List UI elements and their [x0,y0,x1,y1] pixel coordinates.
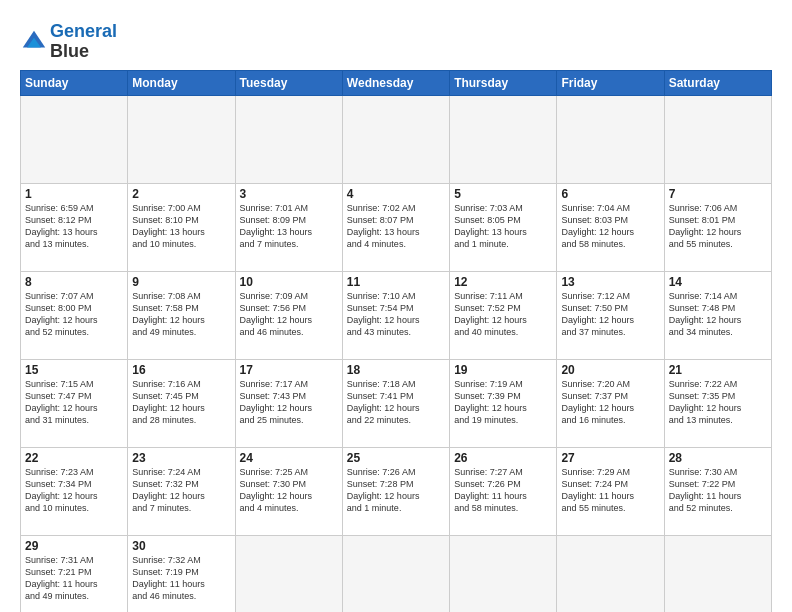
day-number: 4 [347,187,445,201]
day-number: 16 [132,363,230,377]
day-detail: Sunrise: 7:16 AM Sunset: 7:45 PM Dayligh… [132,378,230,427]
day-cell: 6Sunrise: 7:04 AM Sunset: 8:03 PM Daylig… [557,183,664,271]
day-detail: Sunrise: 7:07 AM Sunset: 8:00 PM Dayligh… [25,290,123,339]
day-number: 24 [240,451,338,465]
day-detail: Sunrise: 6:59 AM Sunset: 8:12 PM Dayligh… [25,202,123,251]
day-detail: Sunrise: 7:03 AM Sunset: 8:05 PM Dayligh… [454,202,552,251]
day-number: 2 [132,187,230,201]
day-cell: 28Sunrise: 7:30 AM Sunset: 7:22 PM Dayli… [664,447,771,535]
week-row-2: 8Sunrise: 7:07 AM Sunset: 8:00 PM Daylig… [21,271,772,359]
day-number: 11 [347,275,445,289]
day-cell [342,535,449,612]
day-detail: Sunrise: 7:25 AM Sunset: 7:30 PM Dayligh… [240,466,338,515]
day-number: 20 [561,363,659,377]
day-detail: Sunrise: 7:06 AM Sunset: 8:01 PM Dayligh… [669,202,767,251]
weekday-header-monday: Monday [128,70,235,95]
weekday-header-friday: Friday [557,70,664,95]
day-cell: 22Sunrise: 7:23 AM Sunset: 7:34 PM Dayli… [21,447,128,535]
day-cell: 29Sunrise: 7:31 AM Sunset: 7:21 PM Dayli… [21,535,128,612]
day-cell: 4Sunrise: 7:02 AM Sunset: 8:07 PM Daylig… [342,183,449,271]
day-cell [450,95,557,183]
week-row-4: 22Sunrise: 7:23 AM Sunset: 7:34 PM Dayli… [21,447,772,535]
weekday-header-tuesday: Tuesday [235,70,342,95]
day-detail: Sunrise: 7:02 AM Sunset: 8:07 PM Dayligh… [347,202,445,251]
day-cell [235,535,342,612]
day-cell: 12Sunrise: 7:11 AM Sunset: 7:52 PM Dayli… [450,271,557,359]
day-detail: Sunrise: 7:09 AM Sunset: 7:56 PM Dayligh… [240,290,338,339]
week-row-5: 29Sunrise: 7:31 AM Sunset: 7:21 PM Dayli… [21,535,772,612]
day-cell: 14Sunrise: 7:14 AM Sunset: 7:48 PM Dayli… [664,271,771,359]
day-cell: 26Sunrise: 7:27 AM Sunset: 7:26 PM Dayli… [450,447,557,535]
day-cell [21,95,128,183]
day-detail: Sunrise: 7:01 AM Sunset: 8:09 PM Dayligh… [240,202,338,251]
day-cell [342,95,449,183]
week-row-1: 1Sunrise: 6:59 AM Sunset: 8:12 PM Daylig… [21,183,772,271]
day-cell: 7Sunrise: 7:06 AM Sunset: 8:01 PM Daylig… [664,183,771,271]
day-detail: Sunrise: 7:27 AM Sunset: 7:26 PM Dayligh… [454,466,552,515]
day-cell: 20Sunrise: 7:20 AM Sunset: 7:37 PM Dayli… [557,359,664,447]
day-number: 15 [25,363,123,377]
day-cell: 17Sunrise: 7:17 AM Sunset: 7:43 PM Dayli… [235,359,342,447]
day-number: 19 [454,363,552,377]
day-detail: Sunrise: 7:19 AM Sunset: 7:39 PM Dayligh… [454,378,552,427]
day-number: 5 [454,187,552,201]
day-number: 8 [25,275,123,289]
weekday-header-wednesday: Wednesday [342,70,449,95]
weekday-header-thursday: Thursday [450,70,557,95]
day-cell [450,535,557,612]
day-cell: 9Sunrise: 7:08 AM Sunset: 7:58 PM Daylig… [128,271,235,359]
day-number: 30 [132,539,230,553]
day-number: 18 [347,363,445,377]
week-row-3: 15Sunrise: 7:15 AM Sunset: 7:47 PM Dayli… [21,359,772,447]
day-number: 6 [561,187,659,201]
day-detail: Sunrise: 7:00 AM Sunset: 8:10 PM Dayligh… [132,202,230,251]
day-number: 12 [454,275,552,289]
day-number: 27 [561,451,659,465]
day-detail: Sunrise: 7:20 AM Sunset: 7:37 PM Dayligh… [561,378,659,427]
day-cell [664,95,771,183]
day-detail: Sunrise: 7:26 AM Sunset: 7:28 PM Dayligh… [347,466,445,515]
day-number: 28 [669,451,767,465]
day-number: 21 [669,363,767,377]
day-cell: 10Sunrise: 7:09 AM Sunset: 7:56 PM Dayli… [235,271,342,359]
day-number: 29 [25,539,123,553]
day-cell [128,95,235,183]
day-detail: Sunrise: 7:23 AM Sunset: 7:34 PM Dayligh… [25,466,123,515]
day-detail: Sunrise: 7:15 AM Sunset: 7:47 PM Dayligh… [25,378,123,427]
day-cell: 25Sunrise: 7:26 AM Sunset: 7:28 PM Dayli… [342,447,449,535]
day-cell: 24Sunrise: 7:25 AM Sunset: 7:30 PM Dayli… [235,447,342,535]
day-number: 22 [25,451,123,465]
day-number: 1 [25,187,123,201]
weekday-header-sunday: Sunday [21,70,128,95]
day-detail: Sunrise: 7:24 AM Sunset: 7:32 PM Dayligh… [132,466,230,515]
day-cell [664,535,771,612]
logo-text: GeneralBlue [50,22,117,62]
day-cell: 8Sunrise: 7:07 AM Sunset: 8:00 PM Daylig… [21,271,128,359]
day-cell: 23Sunrise: 7:24 AM Sunset: 7:32 PM Dayli… [128,447,235,535]
day-cell [557,95,664,183]
day-number: 10 [240,275,338,289]
day-cell: 19Sunrise: 7:19 AM Sunset: 7:39 PM Dayli… [450,359,557,447]
day-number: 3 [240,187,338,201]
day-number: 26 [454,451,552,465]
day-detail: Sunrise: 7:29 AM Sunset: 7:24 PM Dayligh… [561,466,659,515]
logo: GeneralBlue [20,22,117,62]
day-cell: 27Sunrise: 7:29 AM Sunset: 7:24 PM Dayli… [557,447,664,535]
day-cell: 2Sunrise: 7:00 AM Sunset: 8:10 PM Daylig… [128,183,235,271]
day-cell: 16Sunrise: 7:16 AM Sunset: 7:45 PM Dayli… [128,359,235,447]
day-number: 13 [561,275,659,289]
logo-icon [20,28,48,56]
day-cell: 30Sunrise: 7:32 AM Sunset: 7:19 PM Dayli… [128,535,235,612]
day-cell: 3Sunrise: 7:01 AM Sunset: 8:09 PM Daylig… [235,183,342,271]
day-number: 17 [240,363,338,377]
calendar-table: SundayMondayTuesdayWednesdayThursdayFrid… [20,70,772,612]
day-detail: Sunrise: 7:30 AM Sunset: 7:22 PM Dayligh… [669,466,767,515]
day-cell: 11Sunrise: 7:10 AM Sunset: 7:54 PM Dayli… [342,271,449,359]
page: GeneralBlue SundayMondayTuesdayWednesday… [0,0,792,612]
week-row-0 [21,95,772,183]
day-detail: Sunrise: 7:04 AM Sunset: 8:03 PM Dayligh… [561,202,659,251]
weekday-header-saturday: Saturday [664,70,771,95]
day-detail: Sunrise: 7:12 AM Sunset: 7:50 PM Dayligh… [561,290,659,339]
day-cell: 21Sunrise: 7:22 AM Sunset: 7:35 PM Dayli… [664,359,771,447]
day-number: 25 [347,451,445,465]
